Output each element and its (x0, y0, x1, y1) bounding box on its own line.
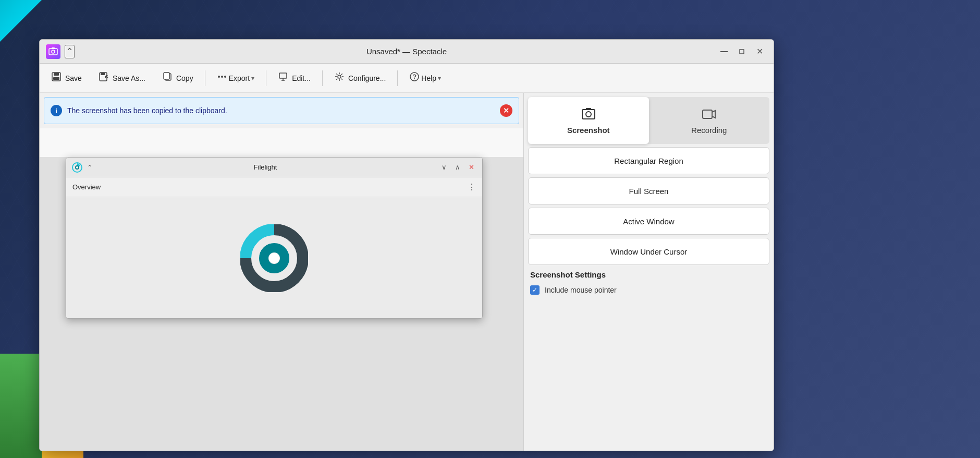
svg-rect-0 (49, 49, 57, 55)
copy-button[interactable]: Copy (155, 68, 201, 89)
svg-point-17 (414, 78, 415, 79)
filelight-menu-dots[interactable]: ⋮ (468, 182, 476, 192)
toolbar: Save Save As... Copy (40, 64, 774, 93)
filelight-up-btn: ⌃ (87, 164, 92, 171)
svg-rect-2 (52, 47, 55, 49)
svg-point-11 (221, 76, 223, 78)
close-button[interactable]: ✕ (752, 44, 767, 59)
rectangular-region-button[interactable]: Rectangular Region (528, 147, 769, 174)
svg-rect-3 (720, 51, 728, 52)
notification-bar: i The screenshot has been copied to the … (44, 97, 519, 124)
notification-close-button[interactable]: ✕ (500, 104, 512, 117)
filelight-controls: ∨ ∧ ✕ (438, 162, 477, 173)
save-as-button[interactable]: Save As... (91, 68, 153, 89)
preview-top-area (40, 128, 523, 157)
svg-rect-26 (703, 110, 712, 118)
screenshot-settings: Screenshot Settings ✓ Include mouse poin… (528, 270, 769, 297)
filelight-window: ⌃ Filelight ∨ ∧ ✕ Overview ⋮ (66, 157, 483, 319)
save-label: Save (65, 74, 82, 82)
configure-button[interactable]: Configure... (327, 68, 393, 89)
app-icon (46, 44, 60, 59)
maximize-button[interactable] (734, 44, 750, 59)
save-as-icon (99, 71, 109, 85)
svg-point-16 (410, 73, 419, 81)
include-mouse-pointer-checkbox[interactable]: ✓ (530, 285, 540, 295)
active-window-button[interactable]: Active Window (528, 208, 769, 235)
svg-rect-23 (582, 110, 595, 119)
spectacle-window: ⌃ Unsaved* — Spectacle ✕ Save (39, 39, 774, 451)
edit-label: Edit... (292, 74, 311, 82)
full-screen-button[interactable]: Full Screen (528, 177, 769, 204)
full-screen-label: Full Screen (629, 187, 669, 196)
svg-point-15 (338, 75, 341, 78)
screenshot-tab[interactable]: Screenshot (528, 97, 649, 144)
save-icon (51, 71, 62, 85)
rectangular-region-label: Rectangular Region (614, 156, 683, 165)
export-icon (217, 71, 227, 85)
filelight-close[interactable]: ✕ (466, 162, 477, 173)
svg-rect-14 (279, 73, 287, 78)
svg-rect-25 (586, 108, 591, 110)
window-under-cursor-label: Window Under Cursor (610, 247, 688, 256)
screenshot-preview: ⌃ Filelight ∨ ∧ ✕ Overview ⋮ (40, 128, 523, 451)
help-button[interactable]: Help ▾ (402, 68, 448, 89)
save-button[interactable]: Save (44, 68, 89, 89)
filelight-menubar: Overview ⋮ (66, 177, 482, 197)
toolbar-separator-3 (322, 70, 323, 86)
svg-point-24 (586, 112, 591, 117)
svg-point-1 (52, 50, 55, 53)
title-bar: ⌃ Unsaved* — Spectacle ✕ (40, 40, 774, 64)
screenshot-tab-icon (581, 107, 596, 122)
export-button[interactable]: Export ▾ (210, 68, 262, 89)
window-controls: ✕ (716, 44, 767, 59)
filelight-maximize[interactable]: ∧ (452, 162, 463, 173)
help-chevron-icon: ▾ (438, 75, 441, 82)
filelight-title: Filelight (96, 163, 434, 171)
svg-rect-8 (101, 73, 105, 75)
edit-button[interactable]: Edit... (271, 68, 318, 89)
notification-text: The screenshot has been copied to the cl… (67, 106, 495, 115)
edit-icon (278, 71, 288, 85)
toolbar-separator-4 (397, 70, 398, 86)
svg-point-22 (269, 253, 279, 263)
filelight-content (66, 197, 482, 319)
export-label: Export (229, 74, 250, 82)
filelight-icon (71, 162, 83, 173)
toolbar-separator-2 (266, 70, 266, 86)
copy-label: Copy (176, 74, 193, 82)
active-window-label: Active Window (623, 217, 674, 226)
screenshot-tab-label: Screenshot (567, 126, 610, 135)
window-under-cursor-button[interactable]: Window Under Cursor (528, 238, 769, 265)
recording-tab-label: Recording (691, 126, 727, 135)
minimize-button[interactable] (716, 44, 732, 59)
recording-tab[interactable]: Recording (649, 97, 770, 144)
copy-icon (162, 71, 173, 85)
filelight-logo (240, 224, 308, 292)
help-label: Help (421, 74, 436, 82)
filelight-titlebar: ⌃ Filelight ∨ ∧ ✕ (66, 158, 482, 177)
export-chevron-icon: ▾ (251, 75, 254, 82)
include-mouse-pointer-row: ✓ Include mouse pointer (528, 283, 769, 297)
filelight-overview-menu[interactable]: Overview (72, 183, 101, 191)
save-as-label: Save As... (113, 74, 145, 82)
right-panel: Screenshot Recording Rectangular Region … (523, 93, 774, 451)
left-panel: i The screenshot has been copied to the … (40, 93, 523, 451)
content-area: i The screenshot has been copied to the … (40, 93, 774, 451)
notification-info-icon: i (51, 105, 62, 116)
toolbar-up-button[interactable]: ⌃ (65, 45, 75, 58)
include-mouse-pointer-label: Include mouse pointer (545, 286, 617, 294)
filelight-minimize[interactable]: ∨ (438, 162, 450, 173)
svg-rect-5 (54, 73, 59, 76)
recording-tab-icon (702, 107, 716, 122)
svg-rect-10 (164, 73, 169, 79)
help-icon (409, 71, 420, 85)
configure-label: Configure... (348, 74, 386, 82)
window-title: Unsaved* — Spectacle (366, 47, 447, 56)
svg-point-13 (224, 76, 226, 78)
svg-point-12 (218, 76, 220, 78)
mode-tabs: Screenshot Recording (528, 97, 769, 144)
svg-point-20 (76, 166, 78, 168)
settings-title: Screenshot Settings (528, 270, 769, 279)
configure-icon (334, 71, 345, 85)
svg-rect-6 (53, 77, 59, 80)
